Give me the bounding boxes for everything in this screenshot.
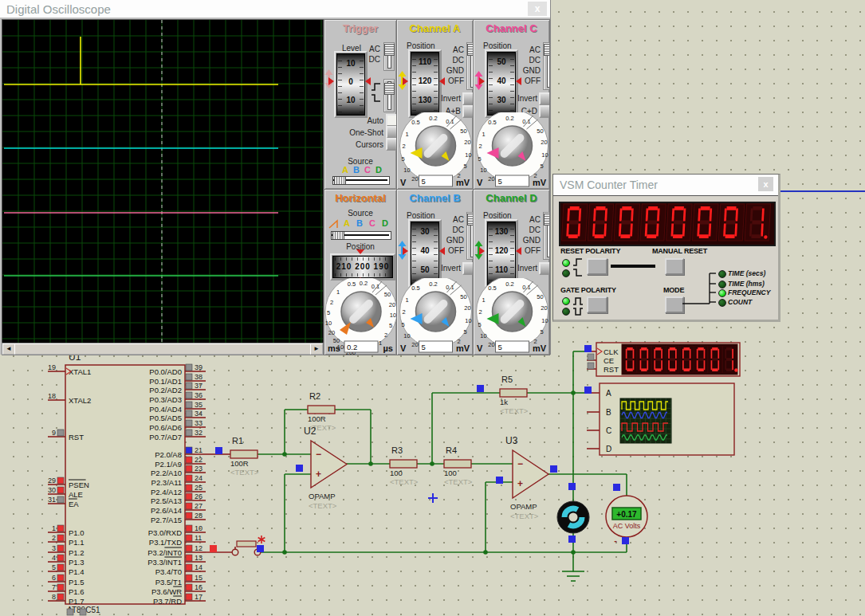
- invert-button[interactable]: [539, 262, 550, 275]
- scope-grid: [2, 20, 323, 343]
- svg-text:1: 1: [482, 131, 485, 138]
- dial-pointer-top: [356, 249, 364, 254]
- svg-text:5: 5: [478, 155, 481, 163]
- svg-text:−: −: [517, 458, 523, 469]
- rising-edge-icon: [371, 82, 382, 92]
- one-shot-button[interactable]: [386, 126, 397, 139]
- svg-text:P0.7/AD7: P0.7/AD7: [149, 433, 182, 441]
- svg-text:15: 15: [195, 574, 202, 582]
- svg-text:0.2: 0.2: [347, 343, 357, 351]
- svg-text:<TEXT>: <TEXT>: [309, 501, 337, 510]
- source-slider[interactable]: [332, 176, 390, 185]
- source-channel-A[interactable]: A: [344, 218, 350, 228]
- svg-text:R4: R4: [446, 445, 457, 455]
- source-channel-A[interactable]: A: [342, 165, 348, 175]
- svg-text:mV: mV: [456, 343, 470, 353]
- position-pointer-left: [479, 77, 485, 85]
- svg-text:<TEXT>: <TEXT>: [500, 406, 529, 415]
- dc-label: DC: [509, 56, 541, 65]
- svg-text:V: V: [477, 178, 483, 187]
- svg-text:28: 28: [195, 512, 202, 520]
- source-label: Source: [324, 157, 396, 166]
- mode-bracket: [681, 269, 719, 311]
- source-channel-D[interactable]: D: [382, 218, 388, 228]
- channel-D-panel: Channel D Position 130120110 ACDCGNDOFF …: [473, 189, 550, 355]
- source-slider[interactable]: [331, 231, 391, 240]
- svg-text:0.5: 0.5: [488, 284, 496, 292]
- svg-text:50: 50: [460, 128, 466, 135]
- svg-text:30: 30: [48, 486, 56, 494]
- svg-text:29: 29: [48, 477, 56, 485]
- source-channel-C[interactable]: C: [364, 165, 371, 175]
- scroll-left-icon[interactable]: ◄: [2, 343, 15, 355]
- gain-knob[interactable]: 12510200.50.20.1502010525VmV: [397, 278, 473, 355]
- svg-text:+: +: [316, 469, 321, 480]
- svg-text:1: 1: [336, 288, 340, 296]
- svg-text:B: B: [606, 408, 611, 417]
- invert-button[interactable]: [462, 92, 474, 105]
- gain-knob[interactable]: 12510200.50.20.1502010525VmV: [397, 112, 473, 189]
- display-scrollbar[interactable]: ◄ ►: [2, 343, 324, 355]
- svg-text:P3.7/RD: P3.7/RD: [153, 597, 182, 606]
- svg-text:1: 1: [482, 296, 485, 304]
- source-channel-C[interactable]: C: [369, 218, 375, 228]
- svg-text:-: -: [614, 536, 617, 545]
- gain-knob[interactable]: 12510200.50.20.1502010525VmV: [474, 112, 549, 189]
- svg-text:21: 21: [195, 446, 202, 454]
- gate-positive-led: [562, 297, 570, 305]
- auto-button[interactable]: [386, 114, 397, 127]
- scrollbar-thumb[interactable]: [14, 343, 312, 355]
- close-icon[interactable]: x: [528, 2, 547, 16]
- horizontal-position-dial[interactable]: 210 200 190: [330, 253, 395, 281]
- svg-text:P1.6: P1.6: [69, 587, 85, 596]
- svg-text:0.2: 0.2: [429, 115, 437, 122]
- svg-text:37: 37: [195, 382, 202, 390]
- gain-knob[interactable]: 1251020501002000.50.20.15020105210.50.2m…: [324, 278, 396, 355]
- close-icon[interactable]: x: [758, 177, 773, 191]
- svg-text:32: 32: [195, 429, 202, 437]
- invert-button[interactable]: [462, 262, 474, 275]
- invert-button[interactable]: [539, 92, 550, 105]
- svg-text:RST: RST: [604, 365, 619, 374]
- coupling-switch[interactable]: [543, 42, 550, 90]
- svg-text:38: 38: [195, 373, 202, 381]
- oscilloscope-titlebar[interactable]: Digital Oscilloscope: [0, 0, 550, 18]
- channel-C-panel: Channel C Position 504030 ACDCGNDOFF Inv…: [473, 19, 550, 190]
- svg-text:0.2: 0.2: [429, 281, 437, 288]
- coupling-switch[interactable]: [383, 42, 395, 71]
- level-pointer-right: [365, 77, 371, 85]
- svg-text:V: V: [477, 343, 483, 353]
- svg-text:OPAMP: OPAMP: [510, 502, 537, 511]
- rising-edge-icon: [572, 257, 584, 268]
- svg-text:5: 5: [327, 309, 330, 316]
- source-channel-B[interactable]: B: [356, 218, 363, 228]
- ac-label: AC: [509, 215, 541, 224]
- source-channel-B[interactable]: B: [353, 165, 360, 175]
- coupling-switch[interactable]: [383, 79, 395, 112]
- svg-text:R2: R2: [309, 391, 320, 401]
- source-channel-D[interactable]: D: [375, 165, 382, 175]
- svg-text:22: 22: [195, 456, 202, 464]
- proteus-workspace: { "colors":{"wire":"#187018","stub":"#8b…: [0, 0, 865, 616]
- coupling-switch[interactable]: [543, 212, 550, 260]
- svg-text:2: 2: [478, 143, 482, 150]
- gain-knob[interactable]: 12510200.50.20.1502010525VmV: [474, 278, 549, 355]
- svg-text:1: 1: [405, 296, 408, 304]
- svg-text:5: 5: [540, 328, 543, 335]
- gate-polarity-button[interactable]: [587, 296, 607, 313]
- svg-text:20: 20: [464, 304, 470, 312]
- svg-text:10: 10: [403, 167, 410, 174]
- position-pointer-left: [403, 247, 408, 255]
- reset-polarity-button[interactable]: [587, 258, 607, 275]
- svg-text:31: 31: [48, 496, 56, 504]
- svg-text:20: 20: [411, 341, 418, 348]
- svg-text:100R: 100R: [230, 459, 249, 468]
- counter-titlebar[interactable]: VSM Counter Timer: [553, 175, 778, 196]
- svg-text:0.2: 0.2: [505, 115, 513, 122]
- svg-text:2: 2: [402, 143, 405, 150]
- svg-text:19: 19: [48, 363, 56, 371]
- cursors-button[interactable]: [386, 138, 397, 151]
- svg-text:P0.2/AD2: P0.2/AD2: [149, 386, 182, 394]
- scroll-right-icon[interactable]: ►: [310, 343, 323, 355]
- pulsepos-edge-icon: [572, 296, 584, 306]
